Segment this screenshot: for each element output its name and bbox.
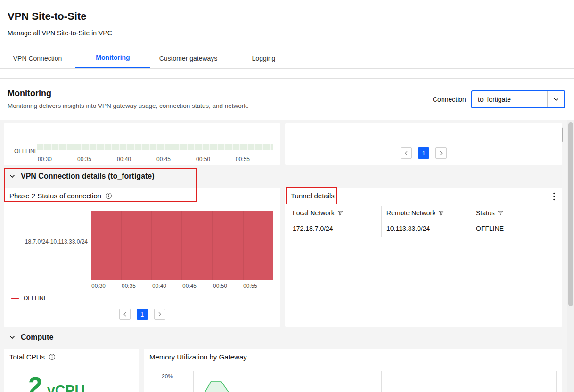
x-tick: 00:45 bbox=[176, 283, 203, 289]
pagination-next-button[interactable] bbox=[154, 309, 165, 320]
column-label: Status bbox=[476, 209, 495, 217]
x-tick: 00:35 bbox=[115, 283, 142, 289]
gridline bbox=[319, 371, 319, 392]
vpn-details-section-title: VPN Connection details (to_fortigate) bbox=[21, 172, 155, 180]
memory-y-tick: 20% bbox=[157, 373, 173, 380]
phase2-pagination: 1 bbox=[119, 309, 165, 320]
top-right-card: 1 bbox=[285, 123, 562, 165]
x-tick: 00:40 bbox=[146, 283, 172, 289]
scrollbar-thumb[interactable] bbox=[568, 122, 573, 306]
pagination-next-button[interactable] bbox=[435, 147, 447, 159]
cell-status: OFFLINE bbox=[471, 220, 554, 237]
gridline bbox=[556, 371, 557, 392]
chevron-right-icon bbox=[158, 312, 161, 317]
column-header-remote-network[interactable]: Remote Network bbox=[381, 206, 471, 220]
gridline bbox=[507, 371, 507, 392]
monitoring-heading: Monitoring bbox=[8, 89, 51, 98]
pagination-page-1[interactable]: 1 bbox=[137, 309, 148, 320]
offline-bar bbox=[91, 211, 121, 280]
tunnel-details-title: Tunnel details bbox=[291, 192, 335, 200]
pagination: 1 bbox=[285, 147, 562, 159]
column-label: Local Network bbox=[293, 209, 335, 217]
phase2-y-axis-label: 18.7.0/24-10.113.33.0/24 bbox=[4, 238, 88, 245]
cell-local-network: 172.18.7.0/24 bbox=[287, 220, 381, 237]
phase2-legend: OFFLINE bbox=[11, 295, 48, 302]
connection-dropdown[interactable]: to_fortigate bbox=[471, 90, 565, 108]
column-header-status[interactable]: Status bbox=[471, 206, 554, 220]
chevron-down-icon bbox=[9, 174, 15, 178]
phase1-status-card: OFFLINE 00:30 00:35 00:40 00:45 00:50 00… bbox=[4, 123, 280, 165]
gridline bbox=[256, 371, 256, 392]
connection-dropdown-value: to_fortigate bbox=[472, 96, 547, 103]
offline-bar bbox=[182, 211, 212, 280]
x-tick: 00:55 bbox=[230, 156, 256, 163]
filter-icon[interactable] bbox=[337, 210, 343, 216]
filter-icon[interactable] bbox=[498, 210, 503, 216]
x-tick: 00:30 bbox=[32, 156, 58, 163]
tunnel-details-card: Tunnel details Local Network Remote bbox=[285, 188, 562, 327]
page-title: VPN Site-to-Site bbox=[8, 10, 86, 23]
gridline bbox=[444, 371, 444, 392]
offline-bar bbox=[213, 211, 243, 280]
offline-bar bbox=[244, 211, 273, 280]
memory-utilization-card: Memory Utilization by Gateway 20% bbox=[144, 349, 562, 392]
gridline bbox=[381, 371, 382, 392]
cell-remote-network: 10.113.33.0/24 bbox=[381, 220, 471, 237]
phase1-offline-label: OFFLINE bbox=[14, 148, 38, 155]
tab-customer-gateways[interactable]: Customer gateways bbox=[151, 48, 226, 68]
gridline bbox=[193, 371, 194, 392]
total-cpus-value: 2vCPU bbox=[28, 373, 85, 392]
phase2-status-card: Phase 2 Status of connection 18.7.0/24-1… bbox=[4, 188, 280, 327]
vpn-site-to-site-page: VPN Site-to-Site Manage all VPN Site-to-… bbox=[0, 0, 574, 392]
overflow-menu-button[interactable] bbox=[548, 190, 560, 203]
page-subtitle: Manage all VPN Site-to-Site in VPC bbox=[8, 29, 112, 37]
tab-logging[interactable]: Logging bbox=[226, 48, 301, 68]
legend-swatch-offline bbox=[11, 298, 19, 299]
phase1-status-timeline bbox=[37, 144, 273, 150]
x-tick: 00:50 bbox=[207, 283, 233, 289]
chevron-left-icon bbox=[405, 151, 408, 155]
cpu-count: 2 bbox=[28, 372, 42, 392]
offline-bar bbox=[122, 211, 151, 280]
chevron-down-icon bbox=[547, 91, 564, 107]
total-cpus-card: Total CPUs 2vCPU bbox=[4, 349, 139, 392]
chevron-right-icon bbox=[440, 151, 443, 155]
chevron-left-icon bbox=[123, 312, 126, 317]
column-label: Remote Network bbox=[386, 209, 435, 217]
compute-section-title: Compute bbox=[21, 333, 53, 342]
compute-section-header[interactable]: Compute bbox=[9, 333, 53, 342]
phase2-chart-plot[interactable] bbox=[91, 211, 273, 280]
kebab-icon bbox=[553, 192, 555, 201]
filter-icon[interactable] bbox=[438, 210, 444, 216]
tab-monitoring[interactable]: Monitoring bbox=[75, 48, 150, 68]
info-icon[interactable] bbox=[49, 353, 56, 360]
x-tick: 00:30 bbox=[85, 283, 112, 289]
divider bbox=[0, 78, 574, 79]
total-cpus-title: Total CPUs bbox=[9, 353, 45, 361]
x-tick: 00:55 bbox=[237, 283, 263, 289]
tunnel-table: Local Network Remote Network Status bbox=[287, 206, 557, 237]
phase2-title: Phase 2 Status of connection bbox=[9, 192, 101, 200]
info-icon[interactable] bbox=[105, 192, 112, 199]
monitoring-description: Monitoring delivers insights into VPN ga… bbox=[8, 102, 249, 109]
memory-chart-title: Memory Utilization by Gateway bbox=[149, 353, 247, 361]
x-tick: 00:50 bbox=[190, 156, 216, 163]
chevron-down-icon bbox=[9, 335, 15, 339]
x-tick: 00:45 bbox=[150, 156, 177, 163]
gridline bbox=[193, 377, 556, 377]
legend-label-offline: OFFLINE bbox=[24, 295, 48, 302]
column-header-local-network[interactable]: Local Network bbox=[287, 206, 381, 220]
vpn-details-section-header[interactable]: VPN Connection details (to_fortigate) bbox=[9, 172, 155, 180]
x-tick: 00:35 bbox=[71, 156, 98, 163]
pagination-prev-button[interactable] bbox=[119, 309, 131, 320]
connection-label: Connection bbox=[433, 96, 466, 103]
table-header-row: Local Network Remote Network Status bbox=[287, 206, 557, 220]
pagination-prev-button[interactable] bbox=[401, 147, 412, 159]
dashboard-area: Last 30 minutes R bbox=[0, 120, 574, 392]
memory-area-series bbox=[204, 380, 232, 392]
tab-bar: VPN Connection Monitoring Customer gatew… bbox=[0, 48, 574, 69]
x-tick: 00:40 bbox=[111, 156, 137, 163]
tab-vpn-connection[interactable]: VPN Connection bbox=[0, 48, 75, 68]
pagination-page-1[interactable]: 1 bbox=[418, 147, 429, 159]
table-row[interactable]: 172.18.7.0/24 10.113.33.0/24 OFFLINE bbox=[287, 220, 557, 237]
